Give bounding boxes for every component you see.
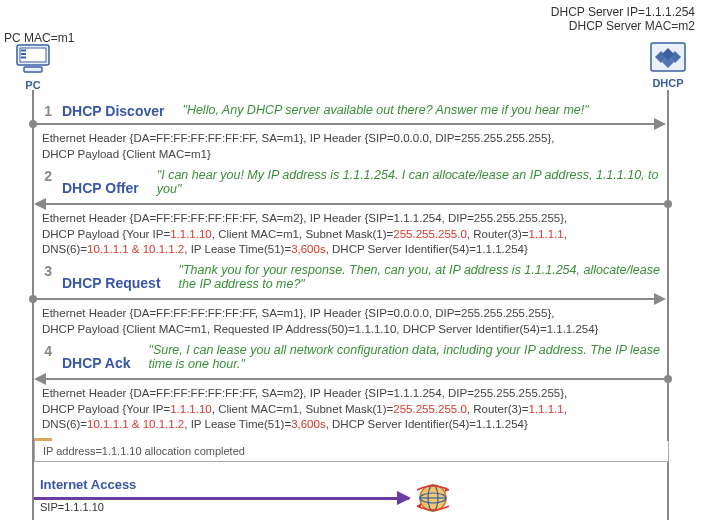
msg-title: DHCP Ack: [62, 355, 130, 371]
step-number: 1: [40, 103, 52, 119]
dhcp-server-labels: DHCP Server IP=1.1.1.254 DHCP Server MAC…: [551, 5, 695, 33]
sip-label: SIP=1.1.1.10: [40, 501, 660, 513]
dhcp-node-label: DHCP: [650, 77, 686, 89]
pc-node: PC: [16, 44, 50, 91]
detail-line: DHCP Payload {Client MAC=m1, Requested I…: [42, 322, 660, 338]
msg-discover-details: Ethernet Header {DA=FF:FF:FF:FF:FF:FF, S…: [40, 127, 660, 162]
msg-quote: "Sure, I can lease you all network confi…: [140, 343, 660, 371]
dhcp-mac-label: DHCP Server MAC=m2: [551, 19, 695, 33]
detail-line: DNS(6)=10.1.1.1 & 10.1.1.2, IP Lease Tim…: [42, 242, 660, 258]
svg-rect-3: [21, 53, 26, 55]
lifeline-dot: [664, 200, 672, 208]
internet-sip: SIP=1.1.1.10: [40, 501, 660, 513]
msg-quote: "I can hear you! My IP address is 1.1.1.…: [149, 168, 660, 196]
dhcp-ip-label: DHCP Server IP=1.1.1.254: [551, 5, 695, 19]
allocation-text: IP address=1.1.1.10 allocation completed: [43, 445, 245, 457]
computer-icon: [16, 44, 50, 74]
pc-mac-label: PC MAC=m1: [4, 31, 74, 45]
arrow-discover: [36, 123, 664, 125]
detail-line: Ethernet Header {DA=FF:FF:FF:FF:FF:FF, S…: [42, 386, 660, 402]
internet-title: Internet Access: [40, 477, 660, 492]
msg-request: 3 DHCP Request "Thank you for your respo…: [40, 263, 660, 291]
arrow-request: [36, 298, 664, 300]
step-number: 2: [40, 168, 52, 184]
lifeline-dot: [664, 375, 672, 383]
svg-rect-5: [24, 67, 42, 72]
detail-line: DHCP Payload {Client MAC=m1}: [42, 147, 660, 163]
dhcp-server-icon: [650, 42, 686, 72]
step-number: 3: [40, 263, 52, 279]
svg-rect-2: [21, 50, 26, 52]
arrow-offer: [36, 203, 664, 205]
msg-request-details: Ethernet Header {DA=FF:FF:FF:FF:FF:FF, S…: [40, 302, 660, 337]
svg-rect-4: [21, 57, 26, 59]
detail-line: Ethernet Header {DA=FF:FF:FF:FF:FF:FF, S…: [42, 306, 660, 322]
allocation-completed-box: IP address=1.1.1.10 allocation completed: [34, 441, 669, 462]
internet-access: Internet Access: [40, 477, 660, 492]
msg-offer: 2 DHCP Offer "I can hear you! My IP addr…: [40, 168, 660, 196]
internet-arrow: [34, 497, 409, 500]
detail-line: DHCP Payload {Your IP=1.1.1.10, Client M…: [42, 227, 660, 243]
msg-title: DHCP Request: [62, 275, 161, 291]
arrow-ack: [36, 378, 664, 380]
detail-line: DHCP Payload {Your IP=1.1.1.10, Client M…: [42, 402, 660, 418]
msg-title: DHCP Offer: [62, 180, 139, 196]
detail-line: Ethernet Header {DA=FF:FF:FF:FF:FF:FF, S…: [42, 131, 660, 147]
msg-discover: 1 DHCP Discover "Hello, Any DHCP server …: [40, 103, 660, 119]
dhcp-node: DHCP: [650, 42, 686, 89]
msg-title: DHCP Discover: [62, 103, 164, 119]
globe-icon: [414, 480, 452, 516]
msg-ack-details: Ethernet Header {DA=FF:FF:FF:FF:FF:FF, S…: [40, 382, 660, 433]
detail-line: DNS(6)=10.1.1.1 & 10.1.1.2, IP Lease Tim…: [42, 417, 660, 433]
msg-quote: "Hello, Any DHCP server available out th…: [174, 103, 660, 117]
step-number: 4: [40, 343, 52, 359]
detail-line: Ethernet Header {DA=FF:FF:FF:FF:FF:FF, S…: [42, 211, 660, 227]
msg-ack: 4 DHCP Ack "Sure, I can lease you all ne…: [40, 343, 660, 371]
msg-offer-details: Ethernet Header {DA=FF:FF:FF:FF:FF:FF, S…: [40, 207, 660, 258]
msg-quote: "Thank you for your response. Then, can …: [171, 263, 660, 291]
